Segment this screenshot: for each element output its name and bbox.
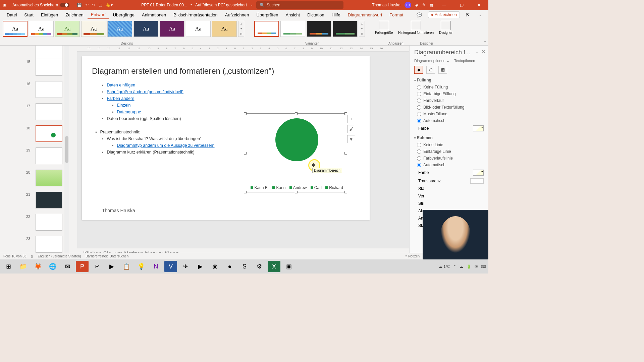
close-button[interactable]: ✕ — [472, 3, 486, 7]
slide-thumb[interactable] — [36, 170, 62, 186]
theme-thumb[interactable]: Aa — [81, 21, 106, 37]
redo-icon[interactable]: ↷ — [92, 3, 95, 7]
tab-zeichnen[interactable]: Zeichnen — [62, 11, 87, 19]
weather-widget[interactable]: ☁ 1°C — [439, 264, 450, 269]
auto-fill-radio[interactable]: Automatisch — [414, 117, 486, 124]
accessibility-icon[interactable]: ▯ — [31, 254, 33, 258]
slide-thumb[interactable] — [36, 236, 62, 253]
battery-icon[interactable]: 🔋 — [467, 264, 471, 269]
tab-bildschirm[interactable]: Bildschirmpräsentation — [170, 11, 221, 19]
variant-thumb[interactable] — [280, 21, 305, 37]
app-icon[interactable]: 📋 — [120, 261, 133, 272]
language-status[interactable]: Englisch (Vereinigte Staaten) — [38, 254, 81, 258]
slide-thumb[interactable] — [36, 147, 62, 164]
visio-icon[interactable]: V — [164, 261, 177, 272]
solid-fill-radio[interactable]: Einfarbige Füllung — [414, 90, 486, 97]
author-text[interactable]: Thomas Hruska — [102, 208, 135, 213]
theme-thumb[interactable]: Aa — [55, 21, 80, 37]
no-line-radio[interactable]: Keine Linie — [414, 141, 486, 148]
collapse-ribbon-icon[interactable]: ⌃ — [484, 40, 486, 44]
format-background-button[interactable]: Hintergrund formatieren — [398, 21, 434, 35]
minimize-button[interactable]: — — [437, 3, 451, 7]
gallery-more[interactable]: ▴▾⊟ — [238, 21, 244, 37]
telegram-icon[interactable]: ✈ — [179, 261, 192, 272]
chart-object[interactable]: Karin B. Karin Andrew Carl Richard ✥ Dia… — [245, 113, 346, 192]
slide-size-button[interactable]: Foliengröße — [375, 21, 393, 35]
theme-thumb[interactable]: Aa — [107, 21, 132, 37]
size-icon[interactable]: ▦ — [438, 66, 447, 74]
app-icon[interactable]: ▶ — [194, 261, 207, 272]
tab-format[interactable]: Format — [386, 11, 407, 19]
slide-thumb[interactable] — [36, 192, 62, 208]
excel-icon[interactable]: X — [268, 261, 280, 272]
designer-button[interactable]: Designer — [439, 21, 452, 35]
slide-title[interactable]: Diagramm erstellen und formatieren („cus… — [92, 66, 360, 76]
chevron-down-icon[interactable]: ⌄ — [476, 12, 485, 18]
mail-tray-icon[interactable]: ✉ — [475, 264, 478, 269]
tab-aufzeichnen[interactable]: Aufzeichnen — [222, 11, 253, 19]
comments-icon[interactable]: 💬 — [413, 11, 425, 19]
diamond-icon[interactable]: ◈ — [415, 3, 418, 7]
variant-thumb[interactable] — [307, 21, 331, 37]
touch-icon[interactable]: 👆▾ — [106, 3, 113, 7]
input-icon[interactable]: ⌨ — [481, 264, 486, 269]
no-fill-radio[interactable]: Keine Füllung — [414, 84, 486, 90]
tab-ueberpruefen[interactable]: Überprüfen — [253, 11, 281, 19]
theme-thumb[interactable]: Aa — [186, 21, 211, 37]
autosave-toggle[interactable]: Automatisches Speichern — [12, 3, 69, 7]
tab-diagrammentwurf[interactable]: Diagrammentwurf — [344, 11, 386, 19]
fill-section[interactable]: Füllung — [414, 78, 486, 82]
slide[interactable]: Diagramm erstellen und formatieren („cus… — [82, 56, 370, 220]
border-section[interactable]: Rahmen — [414, 135, 486, 140]
tab-hilfe[interactable]: Hilfe — [328, 11, 344, 19]
theme-thumb[interactable]: Aa — [3, 21, 28, 37]
auto-line-radio[interactable]: Automatisch — [414, 162, 486, 168]
slide-thumb[interactable] — [36, 81, 62, 98]
quick-access-toolbar[interactable]: 💾 ↶ ↷ ▢ 👆▾ — [77, 3, 113, 7]
transparency-input[interactable] — [470, 178, 484, 184]
effects-icon[interactable]: ⬠ — [426, 66, 435, 74]
firefox-icon[interactable]: 🦊 — [32, 261, 44, 272]
chart-options-tab[interactable]: Diagrammoptionen — [414, 59, 449, 63]
share-icon[interactable]: ⇱ — [463, 11, 473, 19]
onenote-icon[interactable]: N — [150, 261, 162, 272]
slide-thumb[interactable] — [36, 103, 62, 120]
chart-styles-button[interactable]: 🖌 — [347, 125, 355, 133]
accessibility-status[interactable]: Barrierefreiheit: Untersuchen — [86, 254, 128, 258]
explorer-icon[interactable]: 📁 — [17, 261, 30, 272]
fill-color-button[interactable] — [473, 125, 484, 131]
slide-thumb[interactable] — [36, 59, 62, 76]
designs-gallery[interactable]: Aa Aa Aa Aa Aa Aa Aa Aa Aa ▴▾⊟ — [3, 21, 244, 37]
text-options-tab[interactable]: Textoptionen — [454, 59, 475, 63]
settings-icon[interactable]: ⚙ — [253, 261, 266, 272]
picture-fill-radio[interactable]: Bild- oder Texturfüllung — [414, 104, 486, 111]
tray-chevron-icon[interactable]: ⌃ — [453, 264, 456, 269]
slideshow-icon[interactable]: ▢ — [99, 3, 102, 7]
variants-gallery[interactable]: ▴▾⊟ — [254, 21, 365, 37]
maximize-button[interactable]: ▢ — [455, 3, 468, 7]
pen-icon[interactable]: ✎ — [422, 3, 426, 7]
snip-icon[interactable]: ✂ — [91, 261, 103, 272]
app-icon[interactable]: ● — [223, 261, 236, 272]
tab-ansicht[interactable]: Ansicht — [282, 11, 303, 19]
tab-einfuegen[interactable]: Einfügen — [38, 11, 61, 19]
save-icon[interactable]: 💾 — [77, 3, 82, 7]
theme-thumb[interactable]: Aa — [133, 21, 158, 37]
collapse-pane-icon[interactable]: ⌄ — [476, 50, 478, 54]
slide-thumb[interactable] — [36, 214, 62, 231]
app-icon[interactable]: ◉ — [209, 261, 221, 272]
vlc-icon[interactable]: ▶ — [105, 261, 118, 272]
notes-button[interactable]: ≡ Notizen — [405, 254, 420, 258]
line-color-button[interactable] — [473, 170, 484, 176]
chart-filter-button[interactable]: ▼ — [347, 135, 355, 143]
app-icon[interactable]: S — [238, 261, 251, 272]
close-pane-button[interactable]: ✕ — [482, 49, 486, 54]
record-button[interactable]: Aufzeichnen — [428, 11, 460, 18]
tab-entwurf[interactable]: Entwurf — [88, 11, 109, 19]
pie-chart[interactable] — [275, 118, 318, 161]
tab-datei[interactable]: Datei — [3, 11, 20, 19]
app-icon[interactable]: ▣ — [282, 261, 295, 272]
slide-counter[interactable]: Folie 18 von 33 — [3, 254, 26, 258]
theme-thumb[interactable]: Aa — [160, 21, 184, 37]
gradient-line-radio[interactable]: Farbverlaufslinie — [414, 155, 486, 162]
